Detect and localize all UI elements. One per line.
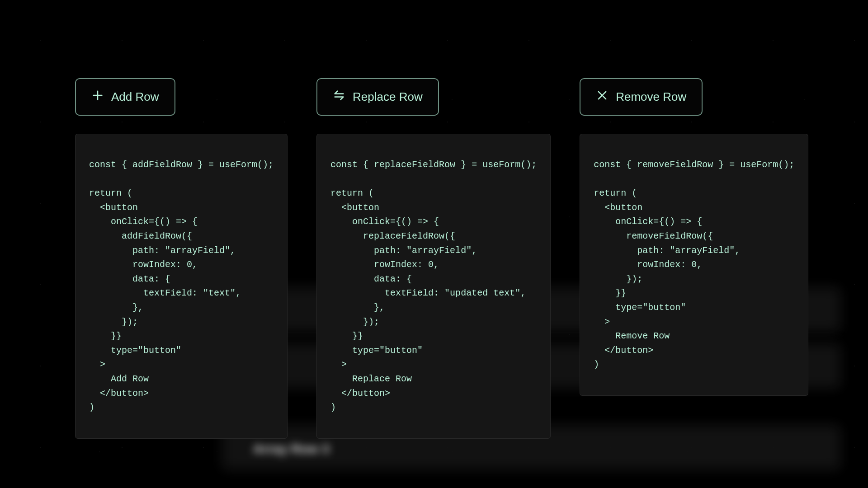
code-panel-replace: const { replaceFieldRow } = useForm(); r…: [316, 134, 551, 439]
add-row-button-label: Add Row: [111, 90, 159, 104]
code-panel-remove: const { removeFieldRow } = useForm(); re…: [580, 134, 808, 396]
code-replace: const { replaceFieldRow } = useForm(); r…: [330, 158, 537, 415]
code-panel-add: const { addFieldRow } = useForm(); retur…: [75, 134, 288, 439]
swap-icon: [333, 89, 345, 105]
bg-row-label: Array Row 3: [253, 442, 330, 456]
column-remove: Remove Row const { removeFieldRow } = us…: [580, 78, 808, 439]
column-replace: Replace Row const { replaceFieldRow } = …: [316, 78, 551, 439]
replace-row-button[interactable]: Replace Row: [316, 78, 439, 116]
remove-row-button-label: Remove Row: [616, 90, 686, 104]
columns: Add Row const { addFieldRow } = useForm(…: [75, 78, 807, 439]
code-add: const { addFieldRow } = useForm(); retur…: [89, 158, 274, 415]
plus-icon: [91, 89, 104, 105]
remove-row-button[interactable]: Remove Row: [580, 78, 703, 116]
code-remove: const { removeFieldRow } = useForm(); re…: [594, 158, 794, 372]
replace-row-button-label: Replace Row: [353, 90, 423, 104]
add-row-button[interactable]: Add Row: [75, 78, 175, 116]
close-icon: [596, 89, 609, 105]
column-add: Add Row const { addFieldRow } = useForm(…: [75, 78, 288, 439]
